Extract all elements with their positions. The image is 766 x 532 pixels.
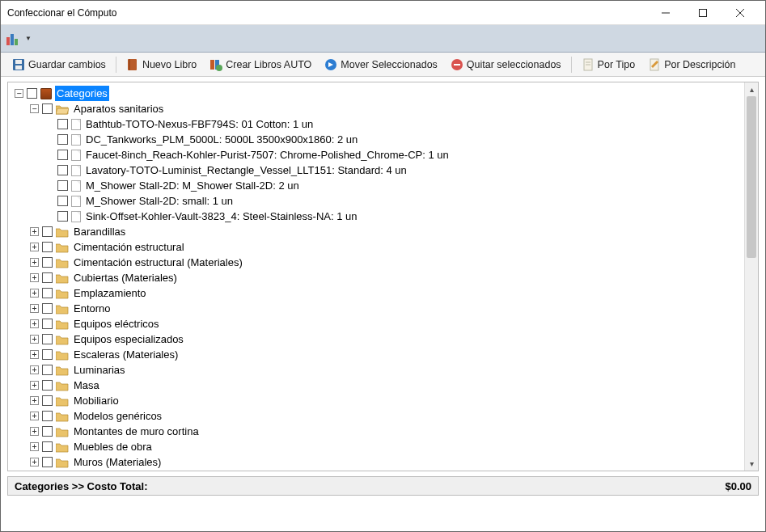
chevron-down-icon[interactable]: ▼ [25, 35, 32, 42]
folder-label[interactable]: Barandillas [72, 224, 127, 239]
tree-folder[interactable]: +Equipos especializados [15, 331, 758, 347]
checkbox[interactable] [42, 242, 53, 252]
expand-icon[interactable]: + [30, 289, 39, 298]
item-label[interactable]: Lavatory-TOTO-Luminist_Rectangle_Vessel_… [84, 163, 408, 178]
checkbox[interactable] [42, 411, 53, 421]
item-label[interactable]: Faucet-8inch_Reach-Kohler-Purist-7507: C… [84, 147, 451, 163]
folder-label[interactable]: Escaleras (Materiales) [72, 347, 180, 362]
save-button[interactable]: Guardar cambios [7, 57, 111, 73]
checkbox[interactable] [42, 319, 53, 329]
category-tree[interactable]: − Categories − Aparatos sanitarios Batht… [8, 82, 758, 471]
tree-item[interactable]: Sink-Offset-Kohler-Vault-3823_4: Steel-S… [15, 209, 758, 224]
expand-icon[interactable]: + [30, 458, 39, 467]
folder-label[interactable]: Entorno [72, 301, 112, 316]
folder-label[interactable]: Equipos eléctricos [72, 316, 161, 331]
scroll-up-icon[interactable]: ▴ [745, 82, 758, 96]
tree-folder[interactable]: +Luminarias [15, 362, 758, 378]
tree-item[interactable]: DC_Tankworks_PLM_5000L: 5000L 3500x900x1… [15, 132, 758, 147]
folder-label[interactable]: Equipos especializados [72, 331, 185, 347]
folder-label[interactable]: Muros (Pinturas) [72, 470, 153, 471]
tree-folder[interactable]: +Masa [15, 378, 758, 393]
expand-icon[interactable]: + [30, 258, 39, 267]
expand-icon[interactable]: + [30, 227, 39, 236]
folder-label[interactable]: Cimentación estructural [72, 239, 186, 255]
folder-label[interactable]: Muros (Materiales) [72, 454, 163, 470]
move-selected-button[interactable]: Mover Seleccionados [320, 57, 442, 73]
folder-label[interactable]: Muebles de obra [72, 439, 154, 454]
tree-folder[interactable]: +Emplazamiento [15, 285, 758, 301]
remove-selected-button[interactable]: Quitar seleccionados [446, 57, 566, 73]
expand-icon[interactable]: + [30, 243, 39, 251]
by-description-button[interactable]: Por Descripción [643, 57, 740, 73]
checkbox[interactable] [42, 365, 53, 375]
create-auto-button[interactable]: Crear Libros AUTO [205, 57, 316, 73]
expand-icon[interactable]: + [30, 304, 39, 313]
tree-folder[interactable]: +Cimentación estructural [15, 239, 758, 255]
new-book-button[interactable]: Nuevo Libro [121, 57, 201, 73]
tree-item[interactable]: Bathtub-TOTO-Nexus-FBF794S: 01 Cotton: 1… [15, 116, 758, 132]
expand-icon[interactable]: + [30, 350, 39, 359]
minimize-button[interactable] [647, 1, 684, 25]
scroll-down-icon[interactable]: ▾ [745, 457, 758, 471]
item-label[interactable]: M_Shower Stall-2D: M_Shower Stall-2D: 2 … [84, 178, 301, 193]
checkbox[interactable] [42, 457, 53, 467]
item-label[interactable]: DC_Tankworks_PLM_5000L: 5000L 3500x900x1… [84, 132, 359, 147]
tree-folder[interactable]: +Muros (Pinturas) [15, 470, 758, 471]
checkbox[interactable] [27, 88, 37, 99]
tree-root[interactable]: − Categories [15, 86, 758, 101]
vertical-scrollbar[interactable]: ▴ ▾ [744, 82, 758, 471]
tree-folder[interactable]: +Modelos genéricos [15, 408, 758, 424]
folder-label[interactable]: Mobiliario [72, 393, 121, 408]
checkbox[interactable] [42, 426, 53, 437]
tree-item[interactable]: Faucet-8inch_Reach-Kohler-Purist-7507: C… [15, 147, 758, 163]
tree-item[interactable]: Lavatory-TOTO-Luminist_Rectangle_Vessel_… [15, 163, 758, 178]
checkbox[interactable] [57, 196, 68, 206]
close-button[interactable] [722, 1, 759, 25]
root-label[interactable]: Categories [55, 86, 109, 101]
checkbox[interactable] [57, 150, 68, 160]
tree-folder[interactable]: +Muros (Materiales) [15, 454, 758, 470]
checkbox[interactable] [42, 334, 53, 344]
tree-folder[interactable]: +Cimentación estructural (Materiales) [15, 255, 758, 270]
checkbox[interactable] [42, 380, 53, 391]
folder-label[interactable]: Montantes de muro cortina [72, 424, 201, 439]
checkbox[interactable] [57, 119, 68, 129]
folder-label[interactable]: Masa [72, 378, 101, 393]
checkbox[interactable] [57, 134, 68, 145]
by-type-button[interactable]: Por Tipo [577, 57, 641, 73]
checkbox[interactable] [42, 349, 53, 360]
tree-item[interactable]: M_Shower Stall-2D: M_Shower Stall-2D: 2 … [15, 178, 758, 193]
expand-icon[interactable]: + [30, 365, 39, 374]
tree-folder[interactable]: +Equipos eléctricos [15, 316, 758, 331]
checkbox[interactable] [42, 441, 53, 452]
tree-folder[interactable]: +Barandillas [15, 224, 758, 239]
tree-folder[interactable]: +Entorno [15, 301, 758, 316]
checkbox[interactable] [42, 226, 53, 237]
checkbox[interactable] [57, 211, 68, 222]
tree-folder[interactable]: +Mobiliario [15, 393, 758, 408]
folder-label[interactable]: Luminarias [72, 362, 127, 378]
checkbox[interactable] [42, 103, 53, 114]
tree-item[interactable]: M_Shower Stall-2D: small: 1 un [15, 193, 758, 209]
folder-label[interactable]: Cubiertas (Materiales) [72, 270, 179, 285]
checkbox[interactable] [57, 165, 68, 175]
expand-icon[interactable]: + [30, 319, 39, 328]
expand-icon[interactable]: + [30, 273, 39, 282]
expand-icon[interactable]: + [30, 396, 39, 405]
folder-label[interactable]: Aparatos sanitarios [72, 101, 165, 116]
checkbox[interactable] [42, 395, 53, 406]
expand-icon[interactable]: + [30, 381, 39, 390]
item-label[interactable]: Sink-Offset-Kohler-Vault-3823_4: Steel-S… [84, 209, 359, 224]
expand-icon[interactable]: + [30, 412, 39, 420]
folder-label[interactable]: Emplazamiento [72, 285, 148, 301]
folder-label[interactable]: Cimentación estructural (Materiales) [72, 255, 244, 270]
checkbox[interactable] [42, 272, 53, 283]
checkbox[interactable] [42, 257, 53, 268]
scroll-thumb[interactable] [747, 96, 756, 258]
folder-label[interactable]: Modelos genéricos [72, 408, 163, 424]
tree-folder[interactable]: +Montantes de muro cortina [15, 424, 758, 439]
checkbox[interactable] [42, 303, 53, 314]
item-label[interactable]: M_Shower Stall-2D: small: 1 un [84, 193, 235, 209]
checkbox[interactable] [57, 180, 68, 191]
item-label[interactable]: Bathtub-TOTO-Nexus-FBF794S: 01 Cotton: 1… [84, 116, 315, 132]
